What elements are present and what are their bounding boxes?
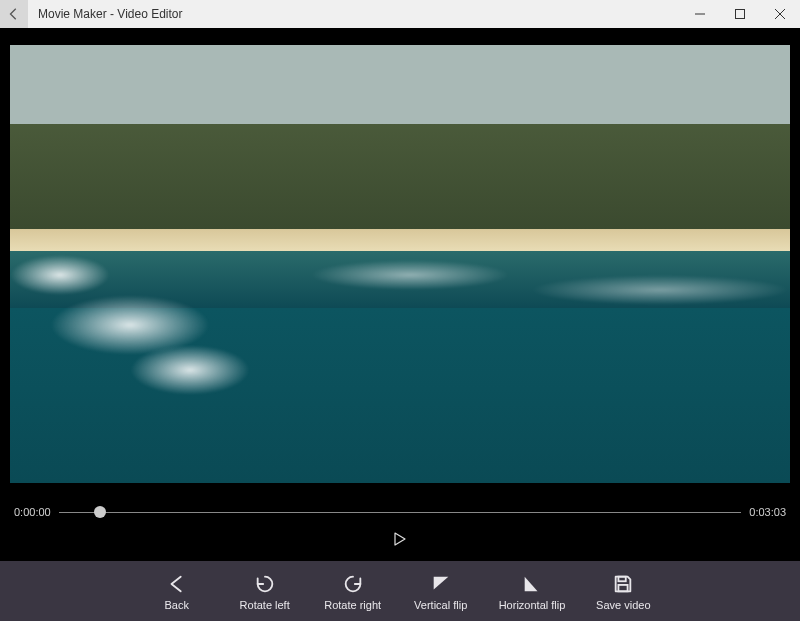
horizontal-flip-label: Horizontal flip: [499, 599, 566, 611]
vertical-flip-button[interactable]: Vertical flip: [411, 572, 471, 611]
flip-horizontal-icon: [520, 572, 544, 596]
video-frame[interactable]: [10, 45, 790, 483]
bottom-toolbar: Back Rotate left Rotate right Vertical f…: [0, 561, 800, 621]
video-preview-area: [0, 28, 800, 499]
minimize-button[interactable]: [680, 0, 720, 28]
seek-row: 0:00:00 0:03:03: [14, 503, 786, 521]
flip-vertical-icon: [429, 572, 453, 596]
arrow-left-icon: [7, 7, 21, 21]
decorative-wave: [130, 345, 250, 395]
decorative-wave: [530, 275, 790, 305]
rotate-left-label: Rotate left: [240, 599, 290, 611]
vertical-flip-label: Vertical flip: [414, 599, 467, 611]
current-time-label: 0:00:00: [14, 506, 51, 518]
playback-controls: 0:00:00 0:03:03: [0, 499, 800, 561]
close-icon: [775, 9, 785, 19]
window-controls: [680, 0, 800, 28]
minimize-icon: [695, 9, 705, 19]
app-body: 0:00:00 0:03:03 Back Rotate left: [0, 28, 800, 621]
rotate-right-label: Rotate right: [324, 599, 381, 611]
svg-rect-5: [619, 584, 628, 590]
close-button[interactable]: [760, 0, 800, 28]
seek-thumb[interactable]: [94, 506, 106, 518]
svg-rect-4: [619, 576, 626, 581]
maximize-icon: [735, 9, 745, 19]
maximize-button[interactable]: [720, 0, 760, 28]
svg-rect-1: [736, 10, 745, 19]
seek-slider[interactable]: [59, 503, 742, 521]
rotate-right-icon: [341, 572, 365, 596]
rotate-left-button[interactable]: Rotate left: [235, 572, 295, 611]
title-bar: Movie Maker - Video Editor: [0, 0, 800, 28]
arrow-left-icon: [165, 572, 189, 596]
rotate-left-icon: [253, 572, 277, 596]
titlebar-back-button[interactable]: [0, 0, 28, 28]
back-button[interactable]: Back: [147, 572, 207, 611]
decorative-wave: [310, 260, 510, 290]
total-time-label: 0:03:03: [749, 506, 786, 518]
play-button[interactable]: [388, 527, 412, 551]
save-video-button[interactable]: Save video: [593, 572, 653, 611]
play-row: [14, 521, 786, 561]
back-button-label: Back: [164, 599, 188, 611]
seek-track-line: [59, 512, 742, 513]
window-title: Movie Maker - Video Editor: [28, 7, 680, 21]
decorative-wave: [10, 255, 110, 295]
save-video-label: Save video: [596, 599, 650, 611]
play-icon: [394, 532, 406, 546]
rotate-right-button[interactable]: Rotate right: [323, 572, 383, 611]
save-icon: [611, 572, 635, 596]
horizontal-flip-button[interactable]: Horizontal flip: [499, 572, 566, 611]
